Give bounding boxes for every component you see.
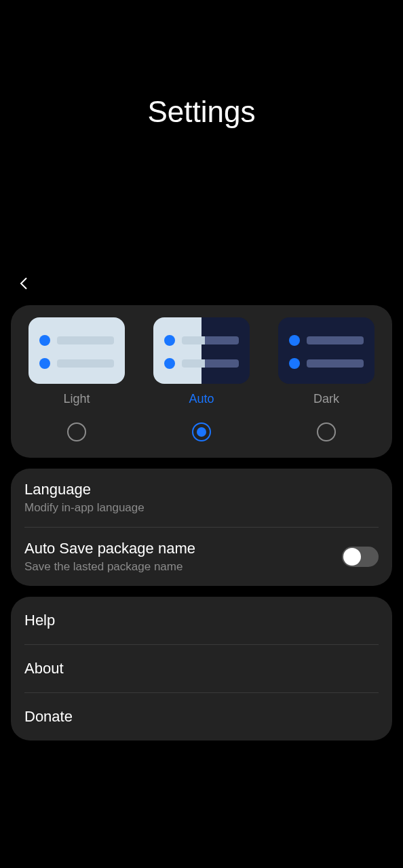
header: Settings: [0, 0, 403, 264]
autosave-title: Auto Save package name: [24, 540, 195, 557]
radio-inner-icon: [197, 427, 206, 437]
autosave-subtitle: Save the lasted package name: [24, 560, 195, 574]
theme-preview-light: [28, 317, 125, 384]
theme-label-auto: Auto: [189, 392, 214, 406]
theme-label-dark: Dark: [313, 392, 339, 406]
language-title: Language: [24, 481, 145, 498]
theme-option-dark[interactable]: Dark: [266, 317, 387, 441]
theme-preview-dark: [278, 317, 375, 384]
theme-label-light: Light: [63, 392, 90, 406]
page-title: Settings: [148, 95, 256, 129]
donate-label: Donate: [24, 708, 379, 726]
row-help[interactable]: Help: [11, 597, 392, 644]
theme-preview-auto: [153, 317, 250, 384]
row-autosave[interactable]: Auto Save package name Save the lasted p…: [11, 528, 392, 586]
back-button[interactable]: [16, 275, 33, 294]
row-about[interactable]: About: [11, 645, 392, 692]
theme-options: Light Auto: [11, 305, 392, 458]
chevron-left-icon: [16, 275, 33, 292]
theme-option-auto[interactable]: Auto: [141, 317, 262, 441]
autosave-toggle[interactable]: [342, 547, 379, 567]
nav-bar: [0, 264, 403, 305]
about-label: About: [24, 660, 379, 677]
theme-option-light[interactable]: Light: [16, 317, 137, 441]
row-donate[interactable]: Donate: [11, 693, 392, 741]
help-label: Help: [24, 612, 379, 629]
theme-card: Light Auto: [11, 305, 392, 458]
row-language[interactable]: Language Modify in-app language: [11, 469, 392, 527]
radio-auto[interactable]: [192, 422, 211, 441]
toggle-thumb-icon: [343, 548, 361, 566]
language-subtitle: Modify in-app language: [24, 501, 145, 515]
info-card: Help About Donate: [11, 597, 392, 741]
radio-dark[interactable]: [317, 422, 336, 441]
general-card: Language Modify in-app language Auto Sav…: [11, 469, 392, 586]
radio-light[interactable]: [67, 422, 86, 441]
